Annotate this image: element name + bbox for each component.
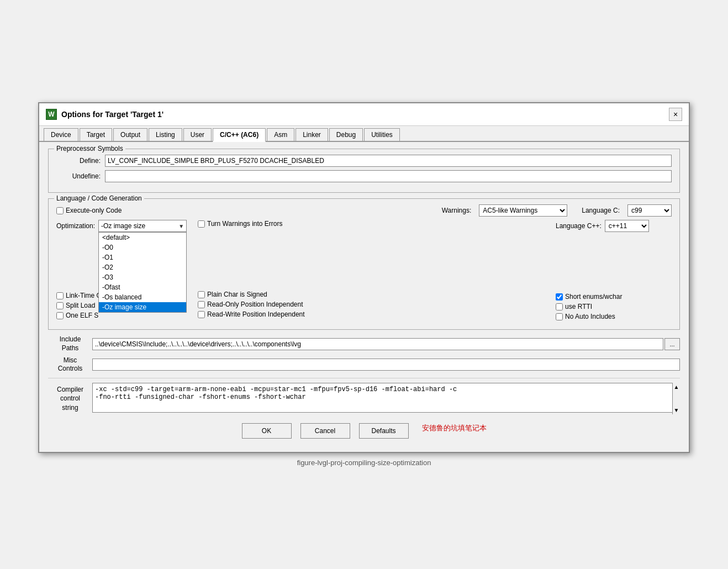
read-write-label[interactable]: Read-Write Position Independent [198, 310, 545, 318]
tab-linker[interactable]: Linker [296, 128, 328, 141]
ok-button[interactable]: OK [242, 423, 292, 439]
preprocessor-group: Preprocessor Symbols Define: Undefine: [48, 149, 680, 193]
define-input[interactable] [105, 155, 672, 167]
execute-only-checkbox[interactable] [56, 207, 64, 214]
compiler-scrollbar[interactable]: ▲ ▼ [672, 383, 680, 414]
cancel-button[interactable]: Cancel [300, 423, 350, 439]
tab-utilities[interactable]: Utilities [364, 128, 400, 141]
close-button[interactable]: × [669, 108, 682, 121]
plain-char-text: Plain Char is Signed [207, 291, 267, 298]
caption: figure-lvgl-proj-compiling-size-optimiza… [297, 459, 431, 467]
language-cpp-row: Language C++: c++11 [556, 220, 672, 232]
optimization-row: Optimization: -Oz image size ▼ <default>… [56, 220, 187, 232]
execute-only-label[interactable]: Execute-only Code [56, 207, 122, 214]
tab-output[interactable]: Output [113, 128, 147, 141]
footer-buttons: OK Cancel Defaults 安德鲁的坑填笔记本 [48, 418, 680, 445]
preprocessor-group-title: Preprocessor Symbols [54, 145, 125, 152]
app-icon: W [46, 109, 57, 120]
warnings-label: Warnings: [442, 207, 472, 214]
read-write-checkbox[interactable] [198, 311, 205, 318]
defaults-button[interactable]: Defaults [359, 423, 409, 439]
undefine-input[interactable] [105, 170, 672, 182]
opt-o0[interactable]: -O0 [99, 243, 186, 252]
link-time-text: Link-Time O [66, 292, 102, 299]
optimization-dropdown-list[interactable]: <default> -O0 -O1 -O2 -O3 -Ofast -Os bal… [98, 232, 187, 313]
use-rtti-checkbox[interactable] [556, 303, 563, 310]
optimization-label: Optimization: [56, 222, 95, 230]
tab-device[interactable]: Device [44, 128, 78, 141]
use-rtti-label[interactable]: use RTTI [556, 303, 672, 310]
short-enums-label[interactable]: Short enums/wchar [556, 293, 672, 301]
opt-o1[interactable]: -O1 [99, 252, 186, 262]
language-row1: Execute-only Code Warnings: AC5-like War… [56, 204, 672, 217]
dropdown-arrow-icon: ▼ [178, 223, 184, 229]
undefine-row: Undefine: [56, 170, 672, 182]
short-enums-text: Short enums/wchar [565, 293, 622, 301]
no-auto-label[interactable]: No Auto Includes [556, 313, 672, 320]
read-only-label[interactable]: Read-Only Position Independent [198, 301, 545, 308]
misc-controls-input[interactable] [92, 359, 680, 371]
misc-label: Misc Controls [48, 356, 92, 373]
turn-warnings-text: Turn Warnings into Errors [207, 220, 282, 228]
dialog-title: Options for Target 'Target 1' [61, 110, 163, 119]
tab-bar: Device Target Output Listing User C/C++ … [39, 126, 689, 142]
read-only-checkbox[interactable] [198, 301, 205, 308]
turn-warnings-checkbox[interactable] [198, 220, 205, 228]
scroll-up-icon[interactable]: ▲ [674, 383, 679, 391]
language-c-label: Language C: [582, 207, 620, 214]
optimization-dropdown-btn[interactable]: -Oz image size ▼ [98, 220, 187, 232]
short-enums-checkbox[interactable] [556, 293, 563, 301]
dialog-window: W Options for Target 'Target 1' × Device… [38, 102, 690, 452]
one-elf-label[interactable]: One ELF S [56, 312, 187, 319]
tab-asm[interactable]: Asm [267, 128, 294, 141]
link-time-checkbox[interactable] [56, 292, 64, 299]
opt-oz-image[interactable]: -Oz image size [99, 302, 186, 312]
tab-target[interactable]: Target [80, 128, 112, 141]
opt-default[interactable]: <default> [99, 233, 186, 243]
split-load-text: Split Load [66, 302, 95, 309]
opt-ofast[interactable]: -Ofast [99, 282, 186, 292]
dialog-body: Preprocessor Symbols Define: Undefine: L… [39, 142, 689, 451]
title-bar: W Options for Target 'Target 1' × [39, 103, 689, 126]
language-group: Language / Code Generation Execute-only … [48, 198, 680, 330]
language-cpp-select[interactable]: c++11 [605, 220, 649, 232]
language-cpp-label: Language C++: [556, 222, 602, 230]
language-group-title: Language / Code Generation [54, 194, 144, 202]
compiler-row: Compiler control string ▲ ▼ [48, 383, 680, 414]
plain-char-label[interactable]: Plain Char is Signed [198, 291, 545, 298]
optimization-dropdown-container: -Oz image size ▼ <default> -O0 -O1 -O2 -… [98, 220, 187, 232]
no-auto-text: No Auto Includes [565, 313, 615, 320]
warnings-select[interactable]: AC5-like Warnings [479, 204, 567, 217]
define-label: Define: [56, 157, 101, 165]
optimization-value: -Oz image size [101, 222, 145, 230]
define-row: Define: [56, 155, 672, 167]
execute-only-text: Execute-only Code [66, 207, 122, 214]
compiler-label: Compiler control string [48, 385, 92, 413]
include-label: Include Paths [48, 335, 92, 352]
read-write-text: Read-Write Position Independent [207, 310, 305, 318]
include-browse-button[interactable]: ... [664, 338, 680, 350]
undefine-label: Undefine: [56, 172, 101, 180]
opt-o3[interactable]: -O3 [99, 272, 186, 282]
one-elf-checkbox[interactable] [56, 312, 64, 319]
watermark-text: 安德鲁的坑填笔记本 [422, 423, 487, 439]
turn-warnings-label[interactable]: Turn Warnings into Errors [198, 220, 545, 228]
split-load-checkbox[interactable] [56, 302, 64, 309]
tab-cc-ac6[interactable]: C/C++ (AC6) [213, 128, 266, 142]
no-auto-checkbox[interactable] [556, 313, 563, 320]
tab-debug[interactable]: Debug [329, 128, 363, 141]
use-rtti-text: use RTTI [565, 303, 592, 310]
opt-o2[interactable]: -O2 [99, 262, 186, 272]
misc-controls-row: Misc Controls [48, 356, 680, 373]
opt-os-balanced[interactable]: -Os balanced [99, 292, 186, 302]
include-paths-input[interactable] [92, 338, 663, 350]
title-bar-left: W Options for Target 'Target 1' [46, 109, 163, 120]
read-only-text: Read-Only Position Independent [207, 301, 303, 308]
tab-user[interactable]: User [183, 128, 212, 141]
scroll-down-icon[interactable]: ▼ [674, 406, 679, 414]
tab-listing[interactable]: Listing [149, 128, 182, 141]
include-paths-row: Include Paths ... [48, 335, 680, 352]
plain-char-checkbox[interactable] [198, 291, 205, 298]
compiler-control-textarea[interactable] [92, 383, 680, 413]
language-c-select[interactable]: c99 [627, 204, 672, 217]
